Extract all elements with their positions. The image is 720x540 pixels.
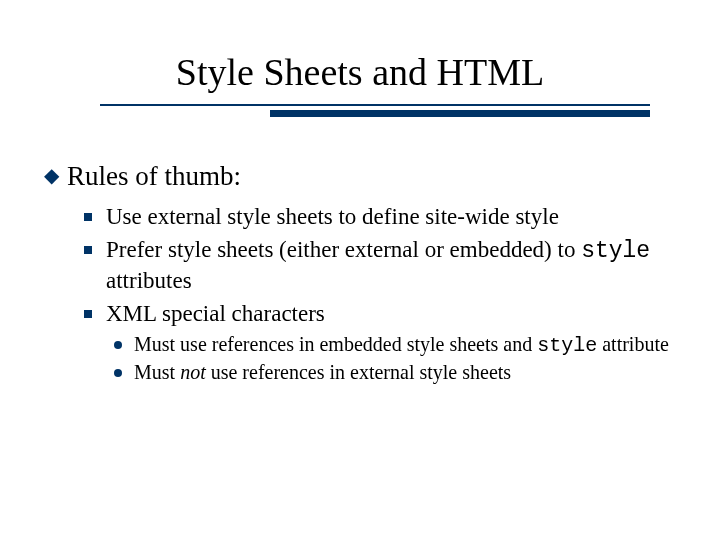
list-item-text: Prefer style sheets (either external or …	[106, 235, 680, 295]
list-item-text: XML special characters	[106, 299, 325, 328]
square-icon	[84, 310, 92, 318]
square-icon	[84, 246, 92, 254]
text-run: attributes	[106, 268, 192, 293]
text-run: Prefer style sheets (either external or …	[106, 237, 581, 262]
rule-thick	[270, 110, 650, 117]
sub-list-text: Must use references in embedded style sh…	[134, 332, 669, 358]
list-item: Prefer style sheets (either external or …	[84, 235, 680, 295]
slide-title: Style Sheets and HTML	[176, 50, 544, 94]
list-item: Use external style sheets to define site…	[84, 202, 680, 231]
code-run: style	[581, 238, 650, 264]
text-run: Must use references in embedded style sh…	[134, 333, 537, 355]
sub-list: Must use references in embedded style sh…	[114, 332, 680, 385]
slide: Style Sheets and HTML ◆ Rules of thumb: …	[0, 0, 720, 540]
square-icon	[84, 213, 92, 221]
heading-row: ◆ Rules of thumb:	[44, 160, 680, 192]
sub-list-item: Must not use references in external styl…	[114, 360, 680, 385]
sub-list-item: Must use references in embedded style sh…	[114, 332, 680, 358]
code-run: style	[537, 334, 597, 357]
bullet-list: Use external style sheets to define site…	[84, 202, 680, 385]
text-run: use references in external style sheets	[206, 361, 511, 383]
heading-text: Rules of thumb:	[67, 160, 241, 192]
list-item-text: Use external style sheets to define site…	[106, 202, 559, 231]
title-underline	[100, 104, 650, 138]
text-run: Must	[134, 361, 180, 383]
sub-list-text: Must not use references in external styl…	[134, 360, 511, 385]
em-run: not	[180, 361, 206, 383]
rule-thin	[100, 104, 650, 106]
title-block: Style Sheets and HTML	[40, 50, 680, 94]
text-run: attribute	[597, 333, 669, 355]
disc-icon	[114, 369, 122, 377]
content: ◆ Rules of thumb: Use external style she…	[40, 160, 680, 385]
disc-icon	[114, 341, 122, 349]
list-item: XML special characters	[84, 299, 680, 328]
diamond-icon: ◆	[44, 160, 59, 190]
